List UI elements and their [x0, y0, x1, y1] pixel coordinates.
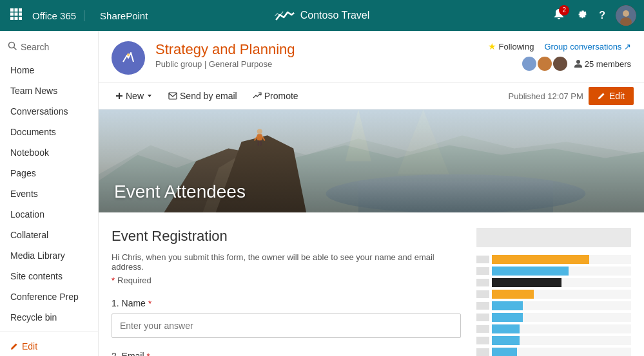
- sidebar-item-documents[interactable]: Documents: [0, 122, 98, 142]
- chart-bar-3: [492, 278, 561, 287]
- send-by-email-button[interactable]: Send by email: [162, 87, 244, 105]
- chart-label-6: [476, 314, 489, 321]
- member-avatar-3: [552, 55, 569, 72]
- chart-header-placeholder: [476, 228, 631, 247]
- sidebar-item-events[interactable]: Events: [0, 183, 98, 204]
- chart-bar-8: [492, 336, 520, 345]
- sidebar-nav: Home Team News Conversations Documents N…: [0, 60, 98, 328]
- edit-button-sidebar[interactable]: Edit: [0, 336, 98, 356]
- topbar: Office 365 SharePoint Contoso Travel 2 ?: [0, 0, 644, 31]
- chart-bar-wrap-8: [492, 336, 631, 345]
- hero-image: Event Attendees: [99, 109, 644, 212]
- sidebar-item-conference-prep[interactable]: Conference Prep: [0, 286, 98, 307]
- chart-row-9: [476, 348, 631, 356]
- svg-rect-17: [116, 95, 122, 97]
- site-logo-icon: [275, 8, 295, 23]
- group-subtitle: Public group | General Purpose: [155, 59, 478, 69]
- sidebar-item-collateral[interactable]: Collateral: [0, 225, 98, 245]
- edit-button-label: Edit: [609, 91, 625, 101]
- svg-rect-0: [10, 8, 14, 12]
- user-avatar[interactable]: [616, 5, 636, 26]
- chart-label-3: [476, 279, 489, 286]
- group-conversations-link[interactable]: Group conversations ↗: [544, 42, 631, 52]
- chart-bar-wrap-3: [492, 278, 631, 287]
- chart-row-7: [476, 324, 631, 333]
- notification-count: 2: [559, 5, 569, 15]
- email-required-star: *: [147, 351, 150, 357]
- waffle-icon[interactable]: [8, 6, 24, 26]
- published-status: Published 12:07 PM: [509, 91, 583, 101]
- chart-label-4: [476, 290, 489, 298]
- chart-bar-5: [492, 301, 523, 310]
- sidebar-item-notebook[interactable]: Notebook: [0, 142, 98, 163]
- chart-label-8: [476, 337, 489, 344]
- sidebar-item-site-contents[interactable]: Site contents: [0, 266, 98, 286]
- group-meta: ★ Following Group conversations ↗ 25 mem…: [488, 41, 632, 72]
- form-description: Hi Chris, when you submit this form, the…: [112, 252, 461, 272]
- group-title: Strategy and Planning: [155, 41, 478, 58]
- svg-line-13: [14, 48, 17, 50]
- svg-rect-7: [15, 17, 18, 20]
- chart-row-8: [476, 336, 631, 345]
- svg-rect-4: [15, 12, 18, 15]
- chart-label-5: [476, 302, 489, 310]
- svg-rect-18: [169, 93, 177, 99]
- chart-bar-9: [492, 348, 517, 356]
- name-input[interactable]: [112, 314, 461, 338]
- search-button[interactable]: Search: [0, 36, 98, 57]
- name-field-label: 1. Name *: [112, 298, 461, 308]
- chart-label-2: [476, 267, 489, 275]
- chart-row-2: [476, 267, 631, 276]
- svg-point-10: [623, 10, 629, 17]
- new-label: New: [126, 91, 144, 101]
- chart-label-7: [476, 325, 489, 333]
- promote-label: Promote: [264, 91, 298, 101]
- following-label: Following: [499, 42, 534, 52]
- action-bar-right: Published 12:07 PM Edit: [509, 87, 634, 105]
- notification-button[interactable]: 2: [552, 8, 565, 24]
- sidebar-item-team-news[interactable]: Team News: [0, 80, 98, 101]
- action-bar: New Send by email Promote Published 12:0…: [99, 83, 644, 109]
- name-label-text: 1. Name: [112, 298, 146, 308]
- search-icon: [8, 41, 17, 52]
- chart-bar-2: [492, 267, 569, 276]
- main-content: Strategy and Planning Public group | Gen…: [99, 31, 644, 356]
- promote-button[interactable]: Promote: [246, 87, 305, 105]
- main-layout: Search Home Team News Conversations Docu…: [0, 31, 644, 356]
- site-name[interactable]: Contoso Travel: [300, 10, 370, 21]
- new-button[interactable]: New: [109, 87, 159, 105]
- required-note-text: Required: [117, 276, 151, 285]
- sidebar-item-home[interactable]: Home: [0, 60, 98, 80]
- group-info: Strategy and Planning Public group | Gen…: [155, 41, 478, 69]
- following-button[interactable]: ★ Following: [488, 41, 534, 52]
- sidebar-item-conversations[interactable]: Conversations: [0, 101, 98, 122]
- chart-label-9: [476, 348, 489, 356]
- members-row: 25 members: [521, 55, 631, 72]
- member-avatar-1: [521, 55, 538, 72]
- members-count: 25 members: [574, 59, 631, 69]
- settings-button[interactable]: [576, 8, 589, 24]
- help-button[interactable]: ?: [599, 10, 605, 21]
- sidebar-item-pages[interactable]: Pages: [0, 163, 98, 183]
- edit-button[interactable]: Edit: [589, 87, 634, 105]
- sidebar-item-location[interactable]: Location: [0, 204, 98, 225]
- chart-bars: [476, 255, 631, 356]
- chart-bar-wrap-4: [492, 290, 631, 299]
- chart-bar-wrap-6: [492, 313, 631, 322]
- sidebar-item-recycle-bin[interactable]: Recycle bin: [0, 307, 98, 328]
- office365-label[interactable]: Office 365: [32, 10, 84, 21]
- edit-label: Edit: [22, 341, 37, 351]
- form-title: Event Registration: [112, 228, 461, 245]
- sharepoint-label[interactable]: SharePoint: [92, 10, 148, 21]
- chart-bar-1: [492, 255, 589, 264]
- sidebar: Search Home Team News Conversations Docu…: [0, 31, 99, 356]
- hero-title: Event Attendees: [114, 182, 246, 202]
- chart-row-3: [476, 278, 631, 287]
- svg-rect-2: [19, 8, 22, 12]
- chart-bar-wrap-5: [492, 301, 631, 310]
- site-title: Contoso Travel: [275, 8, 370, 23]
- search-label: Search: [21, 42, 49, 52]
- chart-bar-wrap-1: [492, 255, 631, 264]
- required-star: *: [112, 276, 115, 285]
- sidebar-item-media-library[interactable]: Media Library: [0, 245, 98, 266]
